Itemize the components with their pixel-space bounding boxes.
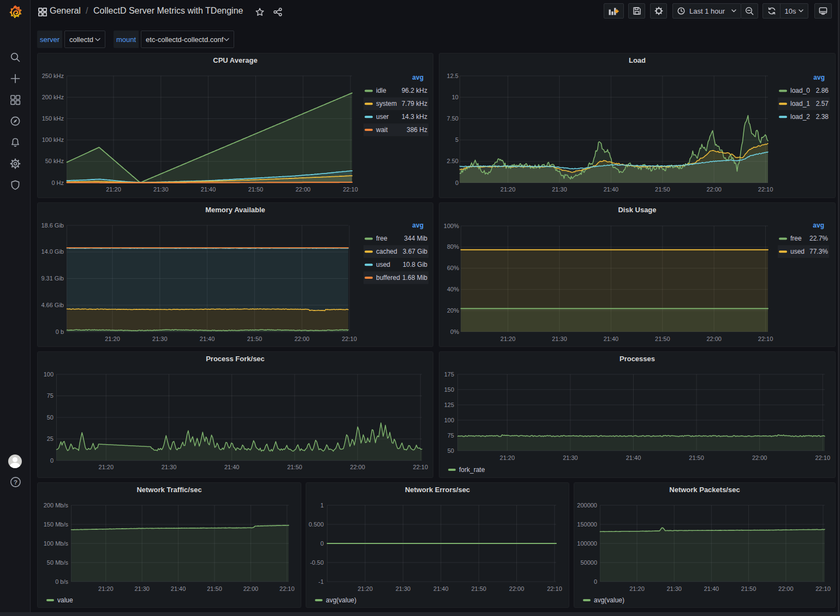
svg-text:21:40: 21:40 — [704, 585, 719, 592]
svg-text:0 b: 0 b — [56, 328, 64, 335]
svg-text:14.0 Gib: 14.0 Gib — [41, 248, 64, 255]
svg-text:10: 10 — [452, 94, 458, 100]
svg-text:100: 100 — [444, 417, 454, 423]
svg-text:wait: wait — [376, 126, 388, 134]
svg-text:idle: idle — [376, 87, 386, 94]
svg-text:21:30: 21:30 — [134, 585, 150, 592]
svg-text:14.3 kHz: 14.3 kHz — [402, 113, 427, 121]
svg-text:9.31 Gib: 9.31 Gib — [41, 275, 64, 282]
svg-text:free: free — [376, 235, 388, 242]
svg-text:avg: avg — [412, 222, 424, 229]
svg-text:21:50: 21:50 — [287, 464, 302, 470]
svg-text:7.79 kHz: 7.79 kHz — [402, 100, 427, 107]
svg-text:buffered: buffered — [376, 274, 400, 282]
svg-text:21:50: 21:50 — [655, 186, 670, 193]
svg-text:386 Hz: 386 Hz — [407, 126, 427, 134]
svg-text:40%: 40% — [447, 286, 459, 292]
svg-text:2.57: 2.57 — [816, 100, 829, 107]
svg-text:125: 125 — [444, 402, 454, 408]
svg-text:0%: 0% — [450, 328, 459, 335]
svg-text:21:40: 21:40 — [200, 336, 215, 342]
svg-text:0: 0 — [320, 540, 324, 547]
svg-text:21:40: 21:40 — [604, 186, 619, 193]
svg-text:2.50: 2.50 — [447, 158, 458, 164]
svg-text:10.8 Gib: 10.8 Gib — [403, 261, 428, 268]
svg-text:22:10: 22:10 — [758, 186, 773, 193]
svg-text:21:20: 21:20 — [500, 454, 515, 461]
svg-text:22:00: 22:00 — [778, 585, 794, 592]
svg-text:22:00: 22:00 — [350, 464, 365, 470]
svg-text:96.2 kHz: 96.2 kHz — [402, 87, 427, 94]
svg-text:22.7%: 22.7% — [809, 235, 828, 242]
svg-text:1.68 Mib: 1.68 Mib — [402, 274, 427, 282]
svg-text:22:00: 22:00 — [243, 585, 259, 592]
svg-text:77.3%: 77.3% — [809, 248, 828, 255]
svg-text:22:00: 22:00 — [509, 585, 525, 592]
svg-text:21:20: 21:20 — [105, 336, 120, 342]
svg-text:75: 75 — [448, 432, 454, 439]
svg-text:21:40: 21:40 — [171, 585, 186, 592]
svg-text:used: used — [376, 261, 390, 268]
svg-text:21:50: 21:50 — [248, 186, 264, 193]
svg-text:22:10: 22:10 — [343, 186, 358, 193]
svg-text:21:50: 21:50 — [689, 454, 704, 461]
svg-text:150 Mb/s: 150 Mb/s — [44, 521, 69, 528]
svg-text:75: 75 — [47, 392, 53, 399]
svg-text:21:30: 21:30 — [563, 454, 578, 461]
svg-text:22:10: 22:10 — [547, 585, 562, 592]
svg-text:150: 150 — [444, 386, 454, 393]
svg-text:0: 0 — [50, 457, 53, 464]
svg-text:21:40: 21:40 — [604, 336, 619, 342]
svg-text:0: 0 — [594, 578, 597, 585]
svg-text:avg: avg — [412, 74, 424, 81]
svg-text:22:10: 22:10 — [413, 464, 428, 470]
svg-text:25: 25 — [47, 435, 53, 442]
svg-text:free: free — [790, 235, 802, 242]
svg-text:4.66 Gib: 4.66 Gib — [41, 302, 64, 308]
svg-text:150000: 150000 — [577, 521, 597, 528]
svg-text:0 b/s: 0 b/s — [55, 578, 68, 585]
svg-text:?: ? — [14, 479, 17, 486]
svg-text:100: 100 — [44, 371, 53, 378]
svg-text:load_1: load_1 — [790, 100, 810, 107]
svg-text:22:00: 22:00 — [295, 186, 311, 193]
svg-text:2.38: 2.38 — [816, 113, 829, 121]
svg-text:21:30: 21:30 — [153, 186, 169, 193]
svg-text:7.50: 7.50 — [447, 115, 458, 122]
svg-text:20%: 20% — [447, 307, 459, 314]
svg-text:150 kHz: 150 kHz — [42, 115, 64, 122]
svg-text:21:40: 21:40 — [201, 186, 216, 193]
svg-text:50: 50 — [47, 414, 53, 421]
svg-text:cached: cached — [376, 248, 397, 255]
svg-text:21:30: 21:30 — [152, 336, 168, 342]
svg-text:80%: 80% — [447, 243, 459, 250]
svg-text:344 Mib: 344 Mib — [404, 235, 427, 242]
svg-text:22:00: 22:00 — [752, 454, 767, 461]
svg-text:21:50: 21:50 — [655, 336, 670, 342]
svg-text:22:10: 22:10 — [342, 336, 357, 342]
svg-text:load_0: load_0 — [790, 87, 810, 94]
svg-text:avg(value): avg(value) — [594, 596, 624, 604]
svg-text:21:30: 21:30 — [552, 186, 567, 193]
svg-text:21:20: 21:20 — [99, 464, 114, 470]
svg-text:22:00: 22:00 — [294, 336, 309, 342]
svg-text:0 Hz: 0 Hz — [51, 180, 64, 186]
svg-text:22:10: 22:10 — [279, 585, 295, 592]
svg-text:175: 175 — [444, 371, 454, 378]
svg-text:-1: -1 — [318, 578, 324, 585]
svg-text:21:50: 21:50 — [471, 585, 486, 592]
svg-text:50000: 50000 — [580, 559, 597, 566]
svg-text:21:40: 21:40 — [626, 454, 641, 461]
svg-text:21:20: 21:20 — [501, 186, 516, 193]
svg-text:22:10: 22:10 — [758, 336, 773, 342]
svg-text:21:30: 21:30 — [162, 464, 177, 470]
svg-text:used: used — [790, 248, 805, 255]
svg-text:100%: 100% — [444, 223, 459, 229]
svg-text:user: user — [376, 113, 389, 121]
svg-text:200 kHz: 200 kHz — [42, 94, 64, 100]
svg-text:1: 1 — [320, 502, 324, 509]
svg-text:18.6 Gib: 18.6 Gib — [41, 222, 64, 229]
svg-text:12.5: 12.5 — [447, 73, 458, 79]
svg-text:-0.50: -0.50 — [310, 559, 324, 566]
svg-text:avg: avg — [813, 222, 824, 229]
